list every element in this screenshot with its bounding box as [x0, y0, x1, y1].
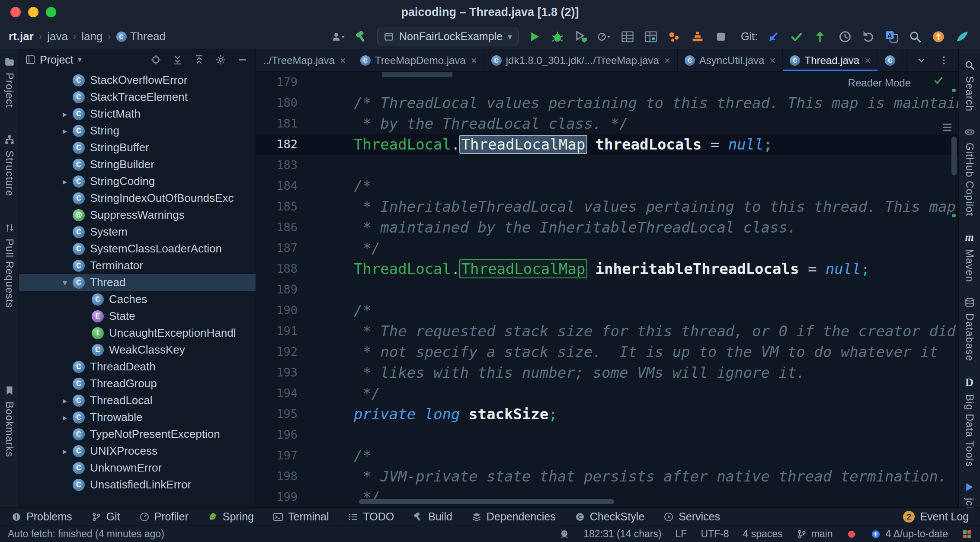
code-line-189[interactable]: 189 — [256, 279, 958, 300]
chevron-down-icon[interactable]: ▾ — [78, 55, 82, 64]
tool-window-button-todo[interactable]: TODO — [348, 510, 394, 523]
close-icon[interactable]: × — [664, 54, 670, 67]
tool-window-button-problems[interactable]: Problems — [11, 510, 72, 523]
git-branch-widget[interactable]: main — [797, 528, 833, 540]
close-icon[interactable]: × — [340, 54, 346, 67]
tree-item-stringbuilder[interactable]: CStringBuilder — [19, 156, 256, 173]
tool-stripe-button-search[interactable]: Search — [964, 60, 976, 112]
tree-item-stackoverflowerror[interactable]: CStackOverflowError — [19, 72, 256, 89]
breadcrumb-item-lang[interactable]: lang — [81, 30, 102, 43]
tree-item-terminator[interactable]: CTerminator — [19, 257, 256, 274]
code-line-199[interactable]: 199 */ — [256, 487, 958, 507]
tool-window-button-build[interactable]: Build — [413, 510, 452, 523]
code-with-me-icon[interactable] — [952, 28, 971, 46]
reader-mode-label[interactable]: Reader Mode — [848, 77, 911, 89]
editor-tab-asyncutil-java[interactable]: CAsyncUtil.java× — [678, 49, 783, 71]
tool-window-button-spring[interactable]: Spring — [208, 510, 254, 523]
background-tasks-icon[interactable] — [962, 529, 972, 539]
expand-all-icon[interactable] — [170, 52, 185, 67]
tree-item-thread[interactable]: ▾CThread — [19, 274, 256, 291]
event-log-button[interactable]: 2 Event Log — [903, 510, 969, 523]
tree-item-string[interactable]: ▸CString — [19, 122, 256, 139]
flame-graph-icon[interactable] — [688, 28, 707, 46]
tree-item-stacktraceelement[interactable]: CStackTraceElement — [19, 89, 256, 105]
tool-window-button-dependencies[interactable]: Dependencies — [471, 510, 556, 523]
code-line-183[interactable]: 183 — [256, 155, 958, 175]
tool-window-button-git[interactable]: Git — [91, 510, 120, 523]
tree-item-stringbuffer[interactable]: CStringBuffer — [19, 139, 256, 156]
tool-stripe-button-github-copilot[interactable]: GitHub Copilot — [964, 126, 976, 216]
settings-icon[interactable] — [213, 52, 228, 67]
tree-item-threaddeath[interactable]: CThreadDeath — [19, 358, 256, 375]
hide-icon[interactable] — [235, 52, 250, 67]
code-line-191[interactable]: 191 * The requested stack size for this … — [256, 321, 958, 341]
profiler-icon[interactable] — [595, 28, 614, 46]
tree-item-typenotpresentexception[interactable]: CTypeNotPresentException — [19, 426, 256, 443]
more-icon[interactable] — [934, 51, 953, 70]
user-profile-icon[interactable] — [329, 28, 348, 46]
tool-stripe-button-structure[interactable]: Structure — [3, 134, 16, 196]
tool-window-button-services[interactable]: Services — [663, 510, 720, 523]
tree-item-unknownerror[interactable]: CUnknownError — [19, 459, 256, 476]
indent-setting[interactable]: 4 spaces — [743, 528, 783, 540]
record-icon[interactable] — [846, 529, 857, 539]
close-icon[interactable]: × — [769, 54, 775, 67]
code-line-196[interactable]: 196 — [256, 424, 958, 445]
editor-tab-jdk1-8-0-301-jdk-treemap-java[interactable]: Cjdk1.8.0_301.jdk/.../TreeMap.java× — [484, 49, 678, 71]
caret-position[interactable]: 182:31 (14 chars) — [583, 528, 661, 540]
tree-item-throwable[interactable]: ▸CThrowable — [19, 409, 256, 426]
run-configuration-select[interactable]: NonFairLockExample ▾ — [377, 28, 519, 45]
close-icon[interactable]: × — [865, 54, 871, 67]
commit-icon[interactable] — [787, 28, 806, 46]
tree-chevron[interactable]: ▸ — [57, 395, 73, 406]
breadcrumb-item-rt-jar[interactable]: rt.jar — [9, 30, 34, 43]
update-available-icon[interactable] — [929, 28, 948, 46]
code-line-194[interactable]: 194 */ — [256, 383, 958, 404]
tool-window-button-terminal[interactable]: Terminal — [273, 510, 329, 523]
tool-stripe-button-project[interactable]: Project — [3, 56, 16, 108]
tree-item-system[interactable]: CSystem — [19, 223, 256, 240]
update-project-icon[interactable] — [764, 28, 783, 46]
concurrency-diagram-icon[interactable] — [618, 28, 637, 46]
editor-tab-partial[interactable]: C — [878, 49, 903, 71]
editor-tab-treemap-java[interactable]: ../TreeMap.java× — [256, 49, 353, 71]
tree-item-strictmath[interactable]: ▸CStrictMath — [19, 105, 256, 122]
code-line-198[interactable]: 198 * JVM-private state that persists af… — [256, 466, 958, 487]
code-line-181[interactable]: 181 * by the ThreadLocal class. */ — [256, 113, 958, 134]
code-analysis-icon[interactable] — [943, 124, 951, 131]
tree-item-suppresswarnings[interactable]: @SuppressWarnings — [19, 207, 256, 223]
push-icon[interactable] — [810, 28, 829, 46]
rollback-icon[interactable] — [859, 28, 878, 46]
tool-window-button-checkstyle[interactable]: CCheckStyle — [575, 510, 644, 523]
search-icon[interactable] — [906, 28, 925, 46]
code-line-192[interactable]: 192 * not specify a stack size. It is up… — [256, 341, 958, 362]
code-line-185[interactable]: 185 * InheritableThreadLocal values pert… — [256, 196, 958, 217]
run-icon[interactable] — [525, 28, 544, 46]
tool-stripe-button-bookmarks[interactable]: Bookmarks — [3, 385, 16, 457]
tool-stripe-button-pull-requests[interactable]: Pull Requests — [3, 222, 16, 308]
code-line-197[interactable]: 197 /* — [256, 445, 958, 466]
code-line-190[interactable]: 190 /* — [256, 300, 958, 321]
tool-stripe-button-database[interactable]: Database — [964, 297, 976, 361]
async-profiler-icon[interactable] — [665, 28, 684, 46]
code-line-186[interactable]: 186 * maintained by the InheritableThrea… — [256, 217, 958, 238]
vertical-scrollbar[interactable] — [951, 137, 957, 175]
stop-icon[interactable] — [711, 28, 730, 46]
tree-chevron[interactable]: ▸ — [57, 176, 73, 187]
tree-item-stringindexoutofboundsexc[interactable]: CStringIndexOutOfBoundsExc — [19, 190, 256, 207]
code-line-182[interactable]: 182 ThreadLocal.ThreadLocalMap threadLoc… — [256, 134, 958, 155]
thread-dump-icon[interactable] — [641, 28, 660, 46]
tree-item-threadlocal[interactable]: ▸CThreadLocal — [19, 392, 256, 409]
code-editor[interactable]: 179180 /* ThreadLocal values pertaining … — [256, 72, 958, 507]
code-line-187[interactable]: 187 */ — [256, 238, 958, 258]
project-panel-title[interactable]: Project — [40, 54, 74, 66]
tree-chevron[interactable]: ▸ — [57, 126, 73, 136]
code-line-195[interactable]: 195 private long stackSize; — [256, 404, 958, 424]
editor-tab-thread-java[interactable]: CThread.java× — [783, 49, 878, 71]
horizontal-scrollbar[interactable] — [359, 499, 614, 504]
build-hammer-icon[interactable] — [352, 28, 371, 46]
editor-tab-treemapdemo-java[interactable]: CTreeMapDemo.java× — [353, 49, 484, 71]
tree-item-unsatisfiedlinkerror[interactable]: CUnsatisfiedLinkError — [19, 476, 256, 493]
tree-item-systemclassloaderaction[interactable]: CSystemClassLoaderAction — [19, 240, 256, 257]
debug-icon[interactable] — [548, 28, 567, 46]
